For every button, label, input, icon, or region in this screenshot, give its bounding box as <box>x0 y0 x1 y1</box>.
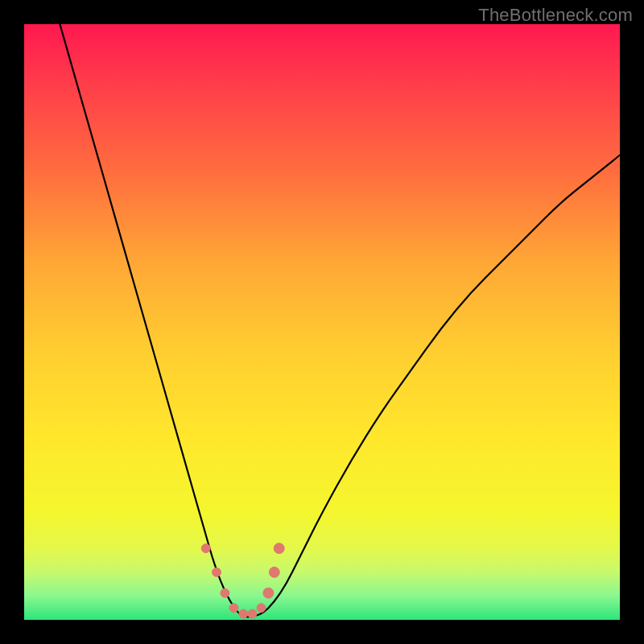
valley-marker <box>229 604 238 613</box>
watermark-text: TheBottleneck.com <box>478 5 633 26</box>
chart-svg <box>24 24 620 620</box>
chart-frame: TheBottleneck.com <box>0 0 644 644</box>
valley-marker <box>257 604 266 613</box>
valley-marker-group <box>201 543 284 618</box>
bottleneck-curve <box>60 24 620 617</box>
valley-marker <box>201 544 210 553</box>
valley-marker <box>239 609 248 618</box>
valley-marker <box>248 609 257 618</box>
valley-marker <box>269 567 279 577</box>
valley-marker <box>213 568 221 576</box>
chart-plot-area <box>24 24 620 620</box>
valley-marker <box>263 588 274 598</box>
valley-marker <box>221 588 229 597</box>
valley-marker <box>274 543 284 554</box>
